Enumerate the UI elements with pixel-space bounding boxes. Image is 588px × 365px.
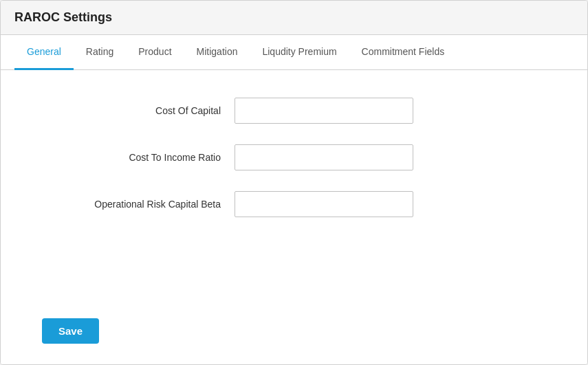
operational-risk-input[interactable]: [235, 191, 413, 217]
title-bar: RAROC Settings: [1, 1, 587, 35]
tab-commitment-fields[interactable]: Commitment Fields: [349, 35, 457, 70]
operational-risk-group: Operational Risk Capital Beta: [42, 191, 546, 217]
cost-of-capital-label: Cost Of Capital: [42, 105, 235, 116]
tab-product[interactable]: Product: [126, 35, 184, 70]
tab-liquidity-premium[interactable]: Liqudity Premium: [250, 35, 349, 70]
cost-of-capital-input[interactable]: [235, 98, 413, 124]
tab-general[interactable]: General: [14, 35, 74, 70]
tab-bar: General Rating Product Mitigation Liqudi…: [1, 35, 587, 70]
operational-risk-label: Operational Risk Capital Beta: [42, 199, 235, 210]
cost-to-income-ratio-input[interactable]: [235, 144, 413, 170]
save-button[interactable]: Save: [42, 318, 99, 344]
form-content: Cost Of Capital Cost To Income Ratio Ope…: [1, 70, 587, 305]
cost-of-capital-group: Cost Of Capital: [42, 98, 546, 124]
footer: Save: [1, 305, 587, 364]
tab-mitigation[interactable]: Mitigation: [184, 35, 250, 70]
cost-to-income-ratio-label: Cost To Income Ratio: [42, 152, 235, 163]
main-window: RAROC Settings General Rating Product Mi…: [0, 0, 588, 365]
cost-to-income-ratio-group: Cost To Income Ratio: [42, 144, 546, 170]
page-title: RAROC Settings: [14, 10, 574, 25]
tab-rating[interactable]: Rating: [74, 35, 126, 70]
